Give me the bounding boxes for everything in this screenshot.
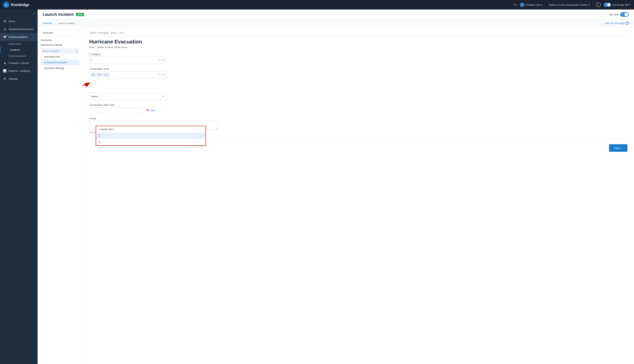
zone-tag-1: 1 × [104, 73, 109, 76]
next-button[interactable]: Next > [609, 144, 627, 152]
sidebar-label-home: Home [9, 20, 15, 23]
brand-toggle[interactable] [604, 3, 611, 7]
evacuation-start-time-label: 5 Evacuation Start Time [89, 104, 627, 106]
sidebar: « ⊞ Home ◎ Situational Awareness 📢 Commu… [0, 10, 38, 364]
communications-icon: 📢 [3, 35, 7, 39]
svg-text:e: e [6, 3, 7, 6]
clear-label: Clear [150, 109, 155, 112]
top-nav: e Everbridge >> 👤 Christian Cole ▾ Raini… [0, 0, 634, 10]
template-item-hurricane-alert[interactable]: Hurricane Alert [41, 54, 79, 60]
evacuation-zone-tags: 4 × 2 × 1 × [91, 73, 157, 76]
zone-arrow-icon[interactable]: ▾ [162, 74, 165, 76]
zone-tag-4-remove[interactable]: × [94, 74, 95, 76]
content-area: Launch Incident Live Go Live Incidents >… [38, 10, 634, 364]
help-icon[interactable]: ? [596, 2, 601, 7]
org-selector[interactable]: Rainier County (Organization Admin) ▾ [546, 4, 593, 6]
template-search-wrap [41, 30, 79, 36]
category-select[interactable]: 1 × ▾ [89, 57, 166, 64]
field3-value: Select... [91, 95, 161, 98]
severe-weather-group: Severe Weather ▾ Hurricane Alert Hurrica… [41, 48, 79, 71]
user-name: Christian Cole [525, 4, 540, 6]
field-evacuation-start-time: 5 Evacuation Start Time 📅 Clear [89, 104, 627, 114]
dropdown-item-3[interactable]: 3 [96, 132, 205, 139]
sidebar-label-settings: Settings [9, 77, 18, 80]
date-input-wrap: 📅 Clear [89, 108, 627, 114]
zone-tag-4: 4 × [91, 73, 97, 76]
breadcrumb-incidents-link[interactable]: Incidents [43, 22, 52, 24]
evacuation-zone-dropdown: <<Select All>> 3 5 [96, 126, 206, 146]
field3-arrow-icon[interactable]: ▾ [162, 95, 165, 98]
go-live-label: Go Live [609, 13, 618, 16]
category-value: 1 [91, 59, 92, 62]
help-question-icon: ? [625, 22, 629, 25]
severe-weather-label: Severe Weather [42, 50, 60, 52]
scroll-content: Scenarios Individual Incidents Severe We… [38, 27, 634, 364]
help-link-label: Help with this page [605, 22, 625, 24]
step-label: Step 1 of 3 [110, 31, 124, 34]
category-label: 1 Category [89, 53, 627, 56]
sidebar-subitem-incidents[interactable]: |Incidents [0, 47, 38, 53]
right-panel: Select Template Step 1 of 3 Hurricane Ev… [83, 27, 634, 364]
sidebar-subitem-communications[interactable]: Communications [0, 53, 38, 59]
field-select3: Select... ▾ [89, 93, 627, 100]
select-template-heading: Select Template [89, 31, 109, 34]
template-item-hurricane-evacuation[interactable]: Hurricane Evacuation [41, 60, 79, 65]
field3-select[interactable]: Select... ▾ [89, 93, 166, 100]
scenarios-label: Scenarios [41, 39, 79, 42]
dropdown-item-5[interactable]: 5 [96, 139, 205, 145]
settings-icon: ⚙ [3, 77, 7, 80]
sidebar-item-communications[interactable]: 📢 Communications [0, 33, 38, 41]
individual-incidents-label: Individual Incidents [41, 44, 79, 46]
sidebar-item-situational-awareness[interactable]: ◎ Situational Awareness [0, 25, 38, 33]
sidebar-label-contacts-assets: Contacts + Assets [9, 62, 29, 64]
area-label: 6 Area [89, 117, 627, 120]
sidebar-label-communications: Communications [9, 36, 28, 38]
severe-weather-group-header[interactable]: Severe Weather ▾ [41, 48, 79, 54]
brand-360: Everbridge 360™ [604, 3, 631, 7]
template-item-hurricane-warning[interactable]: Hurricane Warning [41, 65, 79, 71]
sidebar-collapse-button[interactable]: « [0, 10, 38, 17]
everbridge-logo-icon: e [3, 2, 10, 8]
sidebar-label-reports-analytics: Reports + Analytics [9, 70, 31, 72]
template-search-input[interactable] [41, 30, 79, 36]
org-name: Rainier County (Organization Admin) [549, 4, 587, 6]
sidebar-item-reports-analytics[interactable]: 📊 Reports + Analytics [0, 67, 38, 75]
user-avatar-icon: 👤 [520, 3, 524, 7]
breadcrumb-separator: > [55, 22, 56, 24]
calendar-icon: 📅 [146, 109, 149, 112]
go-live-toggle[interactable] [620, 12, 629, 17]
zone-tag-2: 2 × [97, 73, 103, 76]
form-subtitle: Enter / update incident details below [89, 46, 627, 48]
nav-dots[interactable]: >> [513, 3, 517, 7]
sidebar-label-situational-awareness: Situational Awareness [9, 28, 34, 30]
breadcrumb-bar: Incidents > Launch Incident Help with th… [38, 20, 634, 27]
logo[interactable]: e Everbridge [3, 2, 29, 8]
page-title: Launch Incident [43, 12, 74, 17]
category-arrow-icon[interactable]: ▾ [162, 59, 165, 62]
form-title: Hurricane Evacuation [89, 39, 627, 45]
breadcrumb-current: Launch Incident [58, 22, 75, 24]
live-badge: Live [76, 13, 84, 16]
brand-label: Everbridge 360™ [612, 4, 631, 6]
zone-tag-1-remove[interactable]: × [107, 74, 108, 76]
home-icon: ⊞ [3, 20, 7, 23]
user-chevron-icon: ▾ [541, 4, 543, 6]
zone-clear-icon[interactable]: × [158, 73, 161, 76]
help-link[interactable]: Help with this page ? [605, 22, 629, 25]
clear-date-button[interactable]: 📅 Clear [146, 109, 155, 112]
evacuation-zone-select[interactable]: 4 × 2 × 1 × × ▾ [89, 71, 166, 78]
dropdown-item-select-all[interactable]: <<Select All>> [96, 126, 205, 132]
collapse-icon: « [33, 12, 35, 15]
sidebar-item-home[interactable]: ⊞ Home [0, 17, 38, 25]
category-clear-icon[interactable]: × [158, 59, 161, 62]
field-category: 1 Category 1 × ▾ [89, 53, 627, 64]
contacts-assets-icon: ◈ [3, 61, 7, 65]
evacuation-start-time-input[interactable] [89, 108, 144, 114]
sidebar-subitem-notifications[interactable]: Notifications [0, 41, 38, 47]
go-live-section: Go Live [609, 12, 629, 17]
evacuation-zone-label: 2 Evacuation Zone [89, 68, 627, 70]
user-menu[interactable]: 👤 Christian Cole ▾ [520, 3, 543, 7]
zone-tag-2-remove[interactable]: × [101, 74, 102, 76]
sidebar-item-contacts-assets[interactable]: ◈ Contacts + Assets [0, 59, 38, 67]
sidebar-item-settings[interactable]: ⚙ Settings [0, 75, 38, 83]
